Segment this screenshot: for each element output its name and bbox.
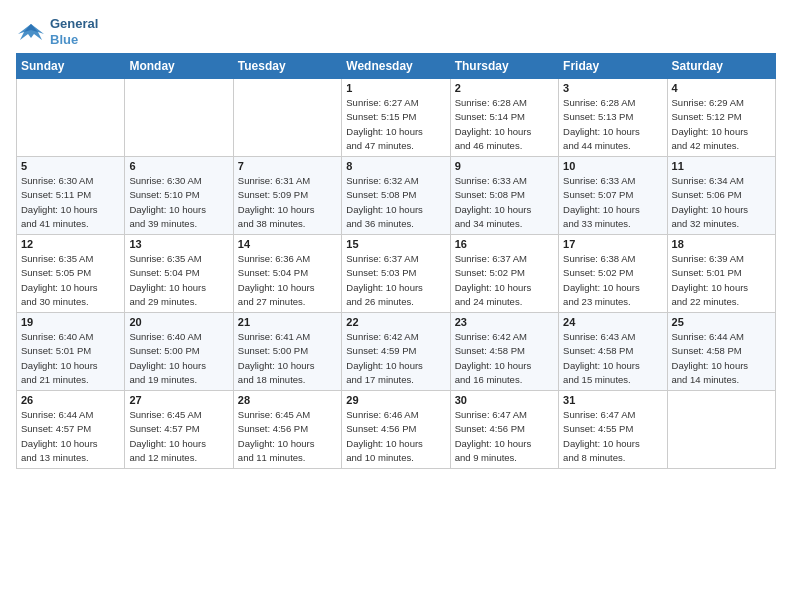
day-number: 2: [455, 82, 554, 94]
calendar-cell: 5Sunrise: 6:30 AM Sunset: 5:11 PM Daylig…: [17, 157, 125, 235]
calendar-cell: 12Sunrise: 6:35 AM Sunset: 5:05 PM Dayli…: [17, 235, 125, 313]
day-info: Sunrise: 6:46 AM Sunset: 4:56 PM Dayligh…: [346, 408, 445, 465]
page: General Blue SundayMondayTuesdayWednesda…: [0, 0, 792, 479]
calendar-cell: 11Sunrise: 6:34 AM Sunset: 5:06 PM Dayli…: [667, 157, 775, 235]
week-row-1: 5Sunrise: 6:30 AM Sunset: 5:11 PM Daylig…: [17, 157, 776, 235]
day-number: 12: [21, 238, 120, 250]
day-info: Sunrise: 6:43 AM Sunset: 4:58 PM Dayligh…: [563, 330, 662, 387]
calendar-cell: 6Sunrise: 6:30 AM Sunset: 5:10 PM Daylig…: [125, 157, 233, 235]
day-info: Sunrise: 6:45 AM Sunset: 4:57 PM Dayligh…: [129, 408, 228, 465]
day-number: 14: [238, 238, 337, 250]
day-number: 4: [672, 82, 771, 94]
calendar-cell: 19Sunrise: 6:40 AM Sunset: 5:01 PM Dayli…: [17, 313, 125, 391]
calendar-cell: 4Sunrise: 6:29 AM Sunset: 5:12 PM Daylig…: [667, 79, 775, 157]
day-number: 7: [238, 160, 337, 172]
day-number: 31: [563, 394, 662, 406]
calendar-cell: 8Sunrise: 6:32 AM Sunset: 5:08 PM Daylig…: [342, 157, 450, 235]
day-number: 17: [563, 238, 662, 250]
calendar-cell: 25Sunrise: 6:44 AM Sunset: 4:58 PM Dayli…: [667, 313, 775, 391]
week-row-2: 12Sunrise: 6:35 AM Sunset: 5:05 PM Dayli…: [17, 235, 776, 313]
calendar-cell: 26Sunrise: 6:44 AM Sunset: 4:57 PM Dayli…: [17, 391, 125, 469]
day-info: Sunrise: 6:28 AM Sunset: 5:14 PM Dayligh…: [455, 96, 554, 153]
calendar-cell: 29Sunrise: 6:46 AM Sunset: 4:56 PM Dayli…: [342, 391, 450, 469]
day-number: 28: [238, 394, 337, 406]
day-info: Sunrise: 6:35 AM Sunset: 5:04 PM Dayligh…: [129, 252, 228, 309]
day-info: Sunrise: 6:30 AM Sunset: 5:11 PM Dayligh…: [21, 174, 120, 231]
day-info: Sunrise: 6:44 AM Sunset: 4:58 PM Dayligh…: [672, 330, 771, 387]
day-info: Sunrise: 6:40 AM Sunset: 5:01 PM Dayligh…: [21, 330, 120, 387]
calendar-cell: 30Sunrise: 6:47 AM Sunset: 4:56 PM Dayli…: [450, 391, 558, 469]
day-number: 23: [455, 316, 554, 328]
calendar-cell: 1Sunrise: 6:27 AM Sunset: 5:15 PM Daylig…: [342, 79, 450, 157]
logo: General Blue: [16, 16, 98, 47]
calendar-cell: 3Sunrise: 6:28 AM Sunset: 5:13 PM Daylig…: [559, 79, 667, 157]
calendar-cell: 24Sunrise: 6:43 AM Sunset: 4:58 PM Dayli…: [559, 313, 667, 391]
day-info: Sunrise: 6:38 AM Sunset: 5:02 PM Dayligh…: [563, 252, 662, 309]
calendar-cell: 27Sunrise: 6:45 AM Sunset: 4:57 PM Dayli…: [125, 391, 233, 469]
day-info: Sunrise: 6:36 AM Sunset: 5:04 PM Dayligh…: [238, 252, 337, 309]
day-number: 30: [455, 394, 554, 406]
week-row-4: 26Sunrise: 6:44 AM Sunset: 4:57 PM Dayli…: [17, 391, 776, 469]
day-number: 20: [129, 316, 228, 328]
day-number: 25: [672, 316, 771, 328]
calendar-cell: 28Sunrise: 6:45 AM Sunset: 4:56 PM Dayli…: [233, 391, 341, 469]
header-monday: Monday: [125, 54, 233, 79]
day-number: 26: [21, 394, 120, 406]
logo-text: General Blue: [50, 16, 98, 47]
day-number: 29: [346, 394, 445, 406]
day-info: Sunrise: 6:34 AM Sunset: 5:06 PM Dayligh…: [672, 174, 771, 231]
day-number: 13: [129, 238, 228, 250]
day-info: Sunrise: 6:42 AM Sunset: 4:59 PM Dayligh…: [346, 330, 445, 387]
day-info: Sunrise: 6:42 AM Sunset: 4:58 PM Dayligh…: [455, 330, 554, 387]
day-number: 6: [129, 160, 228, 172]
calendar-cell: 17Sunrise: 6:38 AM Sunset: 5:02 PM Dayli…: [559, 235, 667, 313]
calendar-cell: 7Sunrise: 6:31 AM Sunset: 5:09 PM Daylig…: [233, 157, 341, 235]
calendar-cell: 13Sunrise: 6:35 AM Sunset: 5:04 PM Dayli…: [125, 235, 233, 313]
day-info: Sunrise: 6:35 AM Sunset: 5:05 PM Dayligh…: [21, 252, 120, 309]
day-number: 19: [21, 316, 120, 328]
day-info: Sunrise: 6:47 AM Sunset: 4:55 PM Dayligh…: [563, 408, 662, 465]
day-info: Sunrise: 6:37 AM Sunset: 5:03 PM Dayligh…: [346, 252, 445, 309]
day-number: 15: [346, 238, 445, 250]
calendar-cell: [233, 79, 341, 157]
logo-bird-icon: [16, 20, 46, 44]
calendar-cell: [667, 391, 775, 469]
header: General Blue: [16, 16, 776, 47]
calendar-cell: 21Sunrise: 6:41 AM Sunset: 5:00 PM Dayli…: [233, 313, 341, 391]
day-number: 27: [129, 394, 228, 406]
day-info: Sunrise: 6:41 AM Sunset: 5:00 PM Dayligh…: [238, 330, 337, 387]
header-tuesday: Tuesday: [233, 54, 341, 79]
header-sunday: Sunday: [17, 54, 125, 79]
calendar-cell: 22Sunrise: 6:42 AM Sunset: 4:59 PM Dayli…: [342, 313, 450, 391]
calendar-cell: 2Sunrise: 6:28 AM Sunset: 5:14 PM Daylig…: [450, 79, 558, 157]
calendar-cell: 20Sunrise: 6:40 AM Sunset: 5:00 PM Dayli…: [125, 313, 233, 391]
calendar-cell: 16Sunrise: 6:37 AM Sunset: 5:02 PM Dayli…: [450, 235, 558, 313]
calendar-header-row: SundayMondayTuesdayWednesdayThursdayFrid…: [17, 54, 776, 79]
day-info: Sunrise: 6:30 AM Sunset: 5:10 PM Dayligh…: [129, 174, 228, 231]
day-info: Sunrise: 6:47 AM Sunset: 4:56 PM Dayligh…: [455, 408, 554, 465]
day-info: Sunrise: 6:40 AM Sunset: 5:00 PM Dayligh…: [129, 330, 228, 387]
day-info: Sunrise: 6:44 AM Sunset: 4:57 PM Dayligh…: [21, 408, 120, 465]
day-number: 24: [563, 316, 662, 328]
header-saturday: Saturday: [667, 54, 775, 79]
day-info: Sunrise: 6:27 AM Sunset: 5:15 PM Dayligh…: [346, 96, 445, 153]
calendar-cell: 23Sunrise: 6:42 AM Sunset: 4:58 PM Dayli…: [450, 313, 558, 391]
header-thursday: Thursday: [450, 54, 558, 79]
day-info: Sunrise: 6:29 AM Sunset: 5:12 PM Dayligh…: [672, 96, 771, 153]
calendar-cell: 10Sunrise: 6:33 AM Sunset: 5:07 PM Dayli…: [559, 157, 667, 235]
day-number: 3: [563, 82, 662, 94]
day-number: 1: [346, 82, 445, 94]
day-number: 8: [346, 160, 445, 172]
day-info: Sunrise: 6:39 AM Sunset: 5:01 PM Dayligh…: [672, 252, 771, 309]
day-number: 5: [21, 160, 120, 172]
day-info: Sunrise: 6:45 AM Sunset: 4:56 PM Dayligh…: [238, 408, 337, 465]
calendar-cell: 31Sunrise: 6:47 AM Sunset: 4:55 PM Dayli…: [559, 391, 667, 469]
calendar-cell: 9Sunrise: 6:33 AM Sunset: 5:08 PM Daylig…: [450, 157, 558, 235]
day-number: 9: [455, 160, 554, 172]
day-number: 10: [563, 160, 662, 172]
day-info: Sunrise: 6:31 AM Sunset: 5:09 PM Dayligh…: [238, 174, 337, 231]
week-row-0: 1Sunrise: 6:27 AM Sunset: 5:15 PM Daylig…: [17, 79, 776, 157]
day-info: Sunrise: 6:33 AM Sunset: 5:07 PM Dayligh…: [563, 174, 662, 231]
calendar: SundayMondayTuesdayWednesdayThursdayFrid…: [16, 53, 776, 469]
calendar-cell: 15Sunrise: 6:37 AM Sunset: 5:03 PM Dayli…: [342, 235, 450, 313]
